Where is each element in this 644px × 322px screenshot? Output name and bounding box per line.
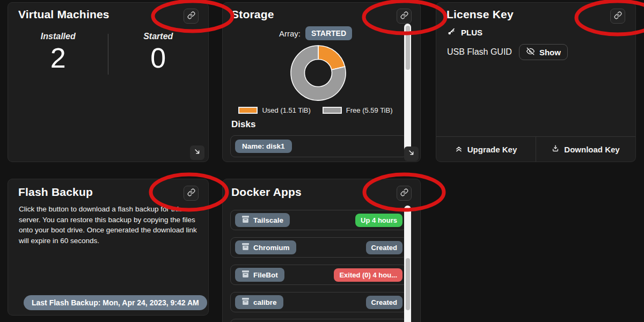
- disk-row[interactable]: Name: disk1: [230, 135, 407, 157]
- upgrade-key-button[interactable]: Upgrade Key: [436, 137, 536, 162]
- storage-donut-chart: [287, 42, 349, 106]
- vm-started-value: 0: [108, 43, 209, 73]
- box-archive-icon: [241, 298, 250, 306]
- guid-label: USB Flash GUID: [447, 47, 512, 57]
- show-guid-label: Show: [539, 48, 561, 57]
- docker-app-row[interactable]: FileBot Exited (0) 4 hou...: [230, 265, 407, 285]
- vm-installed-value: 2: [8, 43, 108, 73]
- vm-installed-label: Installed: [8, 32, 108, 41]
- flash-backup-description: Click the button to download a flash bac…: [19, 204, 199, 246]
- box-archive-icon: [241, 270, 250, 279]
- docker-app-badge[interactable]: Chromium: [235, 240, 296, 254]
- vm-installed: Installed 2: [8, 32, 108, 73]
- storage-card: Storage Array: STARTED Used (1.51 TiB) F…: [222, 2, 421, 162]
- docker-apps-title: Docker Apps: [231, 186, 302, 199]
- license-link-button[interactable]: [610, 9, 625, 24]
- disks-heading: Disks: [231, 119, 255, 130]
- docker-app-status: Exited (0) 4 hou...: [334, 268, 402, 282]
- vm-started: Started 0: [108, 32, 209, 73]
- vm-started-label: Started: [108, 32, 209, 41]
- docker-app-row[interactable]: [230, 319, 407, 322]
- docker-scrollbar[interactable]: [404, 206, 411, 322]
- docker-app-status: Created: [366, 241, 402, 254]
- legend-used: Used (1.51 TiB): [238, 106, 310, 114]
- license-key-card: License Key PLUS USB Flash GUID Show Upg…: [436, 2, 636, 162]
- license-plan: PLUS: [461, 28, 482, 37]
- docker-app-name: Chromium: [253, 244, 290, 252]
- docker-app-name: calibre: [253, 298, 277, 306]
- docker-app-row[interactable]: Chromium Created: [230, 237, 407, 258]
- docker-app-name: Tailscale: [253, 216, 283, 224]
- virtual-machines-link-button[interactable]: [184, 9, 199, 24]
- array-label: Array:: [279, 29, 301, 38]
- vm-resize-handle[interactable]: [190, 145, 204, 160]
- vm-divider: [108, 34, 108, 75]
- donut-legend: Used (1.51 TiB) Free (5.59 TiB): [223, 106, 408, 114]
- flash-backup-card: Flash Backup Click the button to downloa…: [8, 179, 209, 316]
- link-icon: [187, 11, 195, 21]
- legend-used-label: Used (1.51 TiB): [262, 106, 310, 114]
- legend-free-swatch: [323, 107, 342, 114]
- storage-resize-handle[interactable]: [404, 147, 419, 161]
- docker-app-row[interactable]: Tailscale Up 4 hours: [230, 210, 407, 230]
- resize-icon: [193, 148, 201, 158]
- box-archive-icon: [241, 216, 250, 224]
- license-footer: Upgrade Key Download Key: [436, 136, 635, 162]
- download-key-button[interactable]: Download Key: [536, 137, 635, 162]
- docker-app-status: Created: [366, 296, 402, 309]
- storage-title: Storage: [231, 8, 274, 21]
- link-icon: [400, 188, 408, 199]
- storage-scrollbar-thumb[interactable]: [406, 26, 410, 70]
- disk-name-badge: Name: disk1: [235, 140, 292, 153]
- download-key-label: Download Key: [564, 145, 619, 154]
- docker-app-status: Up 4 hours: [355, 214, 402, 227]
- link-icon: [400, 11, 408, 21]
- docker-link-button[interactable]: [397, 186, 412, 201]
- license-plan-row: PLUS: [447, 27, 482, 38]
- flash-backup-link-button[interactable]: [184, 186, 199, 201]
- virtual-machines-card: Virtual Machines Installed 2 Started 0: [8, 2, 209, 162]
- upgrade-key-label: Upgrade Key: [467, 145, 517, 154]
- docker-app-badge[interactable]: Tailscale: [235, 213, 290, 227]
- docker-apps-card: Docker Apps Tailscale Up 4 hours Chromiu…: [222, 179, 421, 322]
- docker-app-row[interactable]: calibre Created: [230, 292, 407, 312]
- link-icon: [187, 188, 195, 199]
- license-guid-row: USB Flash GUID Show: [447, 44, 568, 60]
- link-icon: [614, 11, 622, 21]
- docker-app-name: FileBot: [253, 271, 278, 279]
- donut-used-slice: [318, 46, 345, 70]
- last-flash-backup-badge: Last Flash Backup: Mon, Apr 24, 2023, 9:…: [24, 295, 207, 310]
- license-title: License Key: [447, 8, 514, 21]
- legend-free: Free (5.59 TiB): [323, 106, 393, 114]
- array-status-row: Array: STARTED: [223, 26, 408, 40]
- download-icon: [552, 144, 559, 154]
- legend-free-label: Free (5.59 TiB): [346, 106, 393, 114]
- resize-icon: [407, 149, 415, 159]
- docker-app-badge[interactable]: FileBot: [235, 268, 284, 282]
- virtual-machines-title: Virtual Machines: [18, 8, 109, 21]
- array-status-badge: STARTED: [305, 26, 352, 40]
- docker-scrollbar-thumb[interactable]: [406, 258, 410, 310]
- eye-slash-icon: [526, 47, 535, 57]
- storage-link-button[interactable]: [397, 9, 412, 24]
- legend-used-swatch: [238, 107, 258, 114]
- show-guid-button[interactable]: Show: [519, 44, 568, 60]
- storage-scrollbar[interactable]: [404, 24, 411, 156]
- dashboard: Virtual Machines Installed 2 Started 0 S…: [0, 0, 644, 322]
- docker-app-badge[interactable]: calibre: [235, 295, 283, 309]
- key-icon: [447, 27, 456, 38]
- box-archive-icon: [241, 243, 250, 252]
- angles-up-icon: [455, 145, 463, 154]
- flash-backup-title: Flash Backup: [18, 186, 93, 199]
